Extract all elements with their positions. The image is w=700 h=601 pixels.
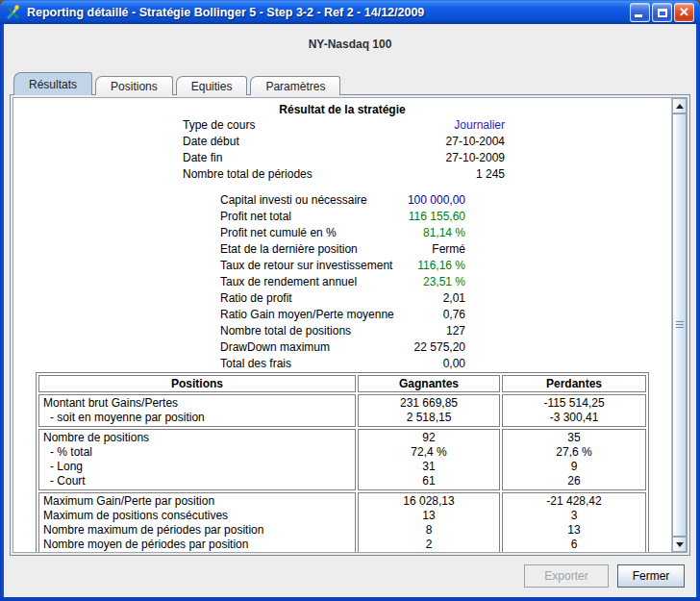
maximize-button[interactable] [652, 3, 672, 22]
window-title: Reporting détaillé - Stratégie Bollinger… [27, 6, 424, 19]
stat-value: Fermé [312, 242, 465, 256]
stat-value: 116,16 % [312, 259, 465, 272]
table-cell-line: 9 [507, 460, 641, 474]
table-row: Montant brut Gains/Pertes- soit en moyen… [38, 394, 646, 427]
stat-value: 116 155,60 [312, 210, 465, 223]
stat-row: Capital investi ou nécessaire100 000,00 [13, 193, 671, 210]
stat-value: 127 [312, 324, 465, 338]
app-icon [6, 4, 22, 20]
positions-table: PositionsGagnantesPerdantes Montant brut… [36, 372, 649, 552]
stat-row: Ratio Gain moyen/Perte moyenne0,76 [13, 308, 671, 324]
table-cell-line: 13 [362, 509, 495, 523]
table-row: Nombre de positions- % total- Long- Cour… [38, 429, 646, 490]
stat-value: 0,76 [312, 308, 465, 321]
positions-table-body: Montant brut Gains/Pertes- soit en moyen… [38, 394, 646, 552]
stat-row: Profit net cumulé en %81,14 % [13, 226, 671, 242]
table-cell-line: Maximum de positions consécutives [43, 509, 351, 523]
table-cell-line: 8 [362, 523, 495, 538]
table-header-perdantes: Perdantes [502, 375, 646, 392]
table-cell-line: - Court [43, 474, 351, 488]
table-cell-line: Nombre maximum de périodes par position [43, 523, 351, 538]
maximize-icon [658, 9, 667, 17]
table-cell-line: Montant brut Gains/Pertes [43, 396, 351, 411]
table-cell-line: 13 [507, 523, 641, 538]
scrollbar-grip-icon [676, 321, 684, 329]
table-cell-line: 26 [507, 474, 641, 488]
tab-equities[interactable]: Equities [176, 76, 248, 95]
dialog-body: NY-Nasdaq 100 RésultatsPositionsEquities… [4, 24, 696, 597]
arrow-up-icon [676, 104, 684, 109]
tab-resultats[interactable]: Résultats [13, 72, 92, 95]
stat-value: 100 000,00 [312, 193, 465, 207]
cell-perdantes: -115 514,25-3 300,41 [502, 394, 646, 427]
table-cell-line: Nombre de positions [43, 431, 351, 445]
cell-positions: Maximum Gain/Perte par positionMaximum d… [38, 492, 356, 552]
cell-perdantes: -21 428,423136 [502, 492, 646, 552]
table-cell-line: 27,6 % [507, 445, 641, 460]
stat-row: Total des frais0,00 [13, 357, 671, 373]
table-cell-line: -115 514,25 [507, 396, 641, 411]
stat-value: 0,00 [312, 357, 465, 370]
arrow-down-icon [676, 542, 684, 547]
close-dialog-button[interactable]: Fermer [617, 564, 685, 588]
table-cell-line: 72,4 % [362, 445, 495, 460]
table-cell-line: -3 300,41 [507, 411, 641, 425]
table-cell-line: - soit en moyenne par position [43, 411, 351, 425]
table-cell-line: -21 428,42 [507, 494, 641, 509]
cell-perdantes: 3527,6 %926 [502, 429, 646, 490]
results-panel: Résultat de la stratégie Type de coursJo… [10, 94, 690, 556]
stat-row: Nombre total de périodes1 245 [13, 167, 671, 184]
stat-label: Nombre total de périodes [183, 167, 312, 181]
table-cell-line: 3 [507, 509, 641, 523]
table-cell-line: 92 [362, 431, 495, 445]
stat-row: Ratio de profit2,01 [13, 291, 671, 308]
stat-row: DrawDown maximum22 575,20 [13, 340, 671, 357]
positions-table-head: PositionsGagnantesPerdantes [38, 375, 646, 392]
stat-value: 22 575,20 [312, 340, 465, 354]
table-cell-line: 35 [507, 431, 641, 445]
minimize-button[interactable] [630, 3, 650, 22]
scroll-up-button[interactable] [672, 98, 687, 113]
table-cell-line: 6 [507, 538, 641, 552]
table-cell-line: 2 518,15 [362, 411, 495, 425]
stat-label: Date début [183, 135, 239, 148]
scrollbar-thumb[interactable] [672, 113, 687, 537]
stat-row: Date début27-10-2004 [13, 135, 671, 151]
report-viewport: Résultat de la stratégie Type de coursJo… [13, 98, 671, 552]
stat-value: Journalier [312, 118, 505, 132]
stat-label: Total des frais [220, 357, 291, 370]
tab-positions[interactable]: Positions [95, 76, 173, 95]
section-title: Résultat de la stratégie [13, 103, 671, 116]
cell-gagnantes: 9272,4 %3161 [358, 429, 500, 490]
table-row: Maximum Gain/Perte par positionMaximum d… [38, 492, 646, 552]
window-border-right [696, 24, 700, 597]
stat-value: 81,14 % [312, 226, 465, 239]
table-header-positions: Positions [38, 375, 356, 392]
export-button[interactable]: Exporter [524, 564, 609, 588]
table-header-gagnantes: Gagnantes [358, 375, 500, 392]
close-icon: ✕ [679, 5, 689, 19]
stat-label: Type de cours [183, 118, 255, 132]
stat-row: Taux de rendement annuel23,51 % [13, 275, 671, 291]
report-scrollpane: Résultat de la stratégie Type de coursJo… [12, 97, 688, 553]
vertical-scrollbar[interactable] [671, 98, 687, 552]
tab-parametres[interactable]: Paramètres [250, 76, 340, 95]
stat-value: 2,01 [312, 291, 465, 305]
stat-label: Ratio de profit [220, 291, 292, 305]
stat-value: 27-10-2004 [312, 135, 505, 148]
stat-row: Type de coursJournalier [13, 118, 671, 135]
table-cell-line: - % total [43, 445, 351, 460]
cell-positions: Nombre de positions- % total- Long- Cour… [38, 429, 356, 490]
scroll-down-button[interactable] [672, 537, 687, 552]
stat-value: 23,51 % [312, 275, 465, 288]
stat-row: Etat de la dernière positionFermé [13, 242, 671, 259]
close-button[interactable]: ✕ [674, 3, 694, 22]
table-cell-line: Nombre moyen de périodes par position [43, 538, 351, 552]
window-border-bottom [0, 597, 700, 601]
cell-positions: Montant brut Gains/Pertes- soit en moyen… [38, 394, 356, 427]
cell-gagnantes: 16 028,131382 [358, 492, 500, 552]
stat-row: Taux de retour sur investissement116,16 … [13, 259, 671, 275]
stat-row: Nombre total de positions127 [13, 324, 671, 340]
stat-row: Profit net total116 155,60 [13, 210, 671, 226]
table-cell-line: 31 [362, 460, 495, 474]
